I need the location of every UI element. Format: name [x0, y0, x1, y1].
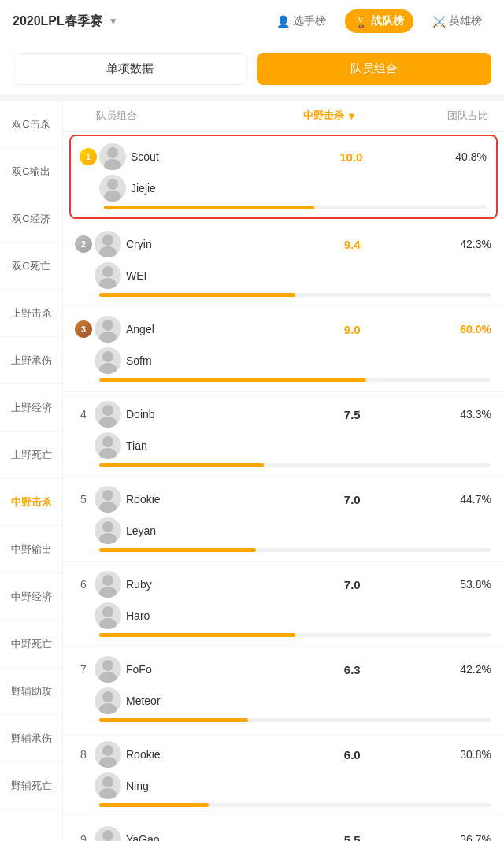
- sidebar-item-中野经济[interactable]: 中野经济: [0, 573, 62, 621]
- sidebar-item-双C击杀[interactable]: 双C击杀: [0, 101, 62, 148]
- avatar-Rookie: [94, 741, 121, 768]
- sidebar-item-上野死亡[interactable]: 上野死亡: [0, 432, 62, 479]
- bar-container-2: [99, 293, 491, 297]
- rank-number: 9: [80, 833, 87, 841]
- filter-single-stats[interactable]: 单项数据: [13, 53, 247, 85]
- rank-badge-7: 7: [72, 663, 94, 676]
- player-ratio-3: 60.0%: [405, 323, 495, 335]
- player-name-Sofm: Sofm: [126, 354, 300, 367]
- sword-icon: ⚔️: [432, 15, 446, 28]
- bar-container-3: [99, 378, 491, 382]
- svg-point-6: [102, 266, 113, 277]
- bar-fill-8: [99, 803, 209, 807]
- avatar-Scout: [99, 143, 126, 170]
- svg-point-15: [99, 448, 117, 459]
- bar-container-6: [99, 633, 491, 637]
- player-name-Ning: Ning: [126, 780, 300, 792]
- rank-badge-3: 3: [72, 320, 94, 338]
- player-kills-Ruby: 7.0: [300, 578, 405, 591]
- player-row-Rookie: 8Rookie6.030.8%: [72, 739, 495, 770]
- sidebar-item-双C经济[interactable]: 双C经济: [0, 195, 62, 243]
- rank-row-group-5: 5Rookie7.044.7%Leyan: [63, 477, 504, 562]
- rank-number: 8: [80, 748, 87, 761]
- player-row-Haro: Haro: [72, 600, 495, 632]
- rank-badge-1: 1: [77, 148, 99, 165]
- player-row-FoFo: 7FoFo6.342.2%: [72, 654, 495, 685]
- svg-point-3: [104, 191, 121, 202]
- bar-fill-7: [99, 718, 248, 722]
- bar-row-2: [72, 291, 495, 300]
- svg-point-30: [102, 776, 113, 787]
- avatar-Ning: [94, 772, 121, 799]
- avatar-Tian: [94, 432, 121, 459]
- avatar-Ruby: [94, 571, 121, 598]
- sidebar-item-上野击杀[interactable]: 上野击杀: [0, 290, 62, 337]
- rank-row-group-1: 1Scout10.040.8%Jiejie: [69, 135, 498, 219]
- rank-badge-9: 9: [72, 833, 94, 841]
- sidebar-item-中野死亡[interactable]: 中野死亡: [0, 621, 62, 668]
- rank-badge-8: 8: [72, 748, 94, 761]
- sidebar-item-野辅死亡[interactable]: 野辅死亡: [0, 762, 62, 810]
- medal-icon: 1: [80, 148, 97, 165]
- filter-team-combo[interactable]: 队员组合: [257, 53, 491, 85]
- player-name-Haro: Haro: [126, 609, 300, 622]
- player-name-YaGao: YaGao: [126, 833, 300, 841]
- svg-point-16: [102, 490, 113, 501]
- svg-point-10: [102, 351, 113, 362]
- sidebar-item-中野击杀[interactable]: 中野击杀: [0, 479, 62, 526]
- bar-container-7: [99, 718, 491, 722]
- tab-hero-rank[interactable]: ⚔️ 英雄榜: [423, 9, 491, 33]
- player-row-WEI: WEI: [72, 260, 495, 291]
- player-row-YaGao: 9YaGao5.536.7%: [72, 824, 495, 841]
- bar-fill-1: [104, 206, 314, 209]
- svg-point-8: [102, 320, 113, 331]
- rows-container: 1Scout10.040.8%Jiejie2Cryin9.442.3%WEI3A…: [63, 135, 504, 841]
- bar-container-5: [99, 548, 491, 552]
- svg-point-17: [99, 502, 117, 513]
- rank-row-group-6: 6Ruby7.053.8%Haro: [63, 562, 504, 647]
- sidebar-item-上野承伤[interactable]: 上野承伤: [0, 337, 62, 384]
- tab-team-rank[interactable]: 🏆 战队榜: [345, 9, 413, 33]
- player-name-FoFo: FoFo: [126, 663, 300, 676]
- player-row-Rookie: 5Rookie7.044.7%: [72, 483, 495, 515]
- player-name-Cryin: Cryin: [126, 238, 300, 250]
- player-name-Doinb: Doinb: [126, 408, 300, 420]
- tab-player-rank[interactable]: 👤 选手榜: [267, 9, 335, 33]
- player-name-Rookie: Rookie: [126, 493, 300, 506]
- player-ratio-9: 36.7%: [405, 833, 495, 841]
- svg-point-11: [99, 363, 117, 374]
- svg-point-29: [99, 757, 117, 768]
- bar-row-6: [72, 632, 495, 640]
- player-ratio-1: 40.8%: [402, 150, 490, 163]
- sidebar-item-双C死亡[interactable]: 双C死亡: [0, 243, 62, 290]
- rank-row-group-4: 4Doinb7.543.3%Tian: [63, 392, 504, 477]
- rank-badge-2: 2: [72, 235, 94, 253]
- svg-point-21: [99, 587, 117, 598]
- player-row-Meteor: Meteor: [72, 685, 495, 717]
- player-name-Leyan: Leyan: [126, 524, 300, 537]
- player-name-Rookie: Rookie: [126, 748, 300, 761]
- player-name-Tian: Tian: [126, 439, 300, 452]
- player-row-Angel: 3Angel9.060.0%: [72, 313, 495, 345]
- avatar-FoFo: [94, 656, 121, 683]
- medal-icon: 3: [75, 320, 92, 338]
- svg-point-28: [102, 745, 113, 756]
- sidebar-item-中野输出[interactable]: 中野输出: [0, 526, 62, 573]
- sort-down-icon[interactable]: ▼: [346, 110, 357, 122]
- bar-container-4: [99, 463, 491, 467]
- player-row-Ruby: 6Ruby7.053.8%: [72, 569, 495, 600]
- bar-fill-3: [99, 378, 366, 382]
- player-name-WEI: WEI: [126, 269, 300, 282]
- chevron-down-icon[interactable]: ▼: [109, 16, 118, 27]
- player-row-Scout: 1Scout10.040.8%: [77, 141, 490, 172]
- avatar-Doinb: [94, 401, 121, 428]
- player-kills-Scout: 10.0: [300, 150, 402, 164]
- sidebar-item-双C输出[interactable]: 双C输出: [0, 148, 62, 195]
- sidebar-item-野辅承伤[interactable]: 野辅承伤: [0, 715, 62, 762]
- rank-number: 4: [80, 408, 87, 420]
- sidebar-item-上野经济[interactable]: 上野经济: [0, 384, 62, 432]
- sidebar-item-野辅助攻[interactable]: 野辅助攻: [0, 668, 62, 715]
- rank-number: 6: [80, 578, 87, 591]
- bar-row-8: [72, 802, 495, 810]
- rank-row-group-7: 7FoFo6.342.2%Meteor: [63, 647, 504, 732]
